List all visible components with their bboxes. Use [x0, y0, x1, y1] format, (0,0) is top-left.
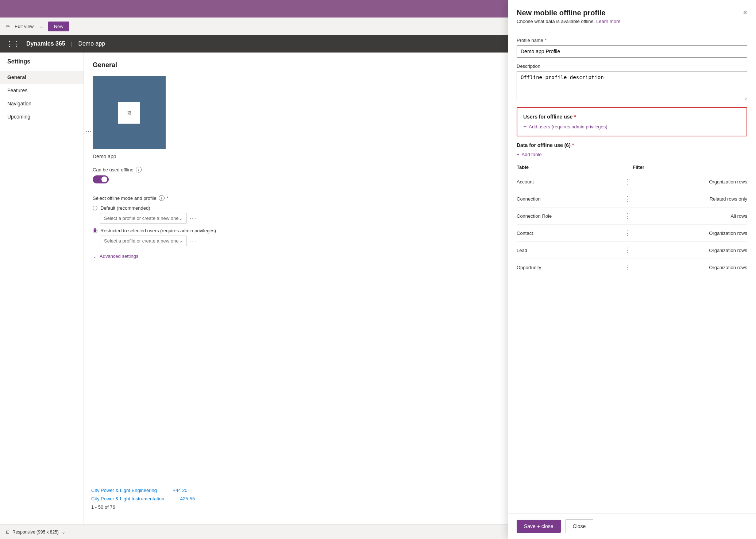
- row-dots-icon[interactable]: ⋮: [624, 178, 631, 185]
- default-profile-container: Select a profile or create a new one ⌄ ·…: [100, 213, 499, 224]
- profile-name-input[interactable]: [517, 45, 747, 58]
- table-cell-dots[interactable]: ⋮: [622, 225, 633, 242]
- restricted-option-label[interactable]: Restricted to selected users (requires a…: [93, 228, 499, 233]
- row-dots-icon[interactable]: ⋮: [624, 229, 631, 237]
- table-cell-dots[interactable]: ⋮: [622, 190, 633, 208]
- learn-more-link[interactable]: Learn more: [596, 19, 620, 24]
- offline-mode-text: Select offline mode and profile: [93, 195, 157, 201]
- data-table: Table ↑ Filter Account ⋮ Organization ro…: [517, 162, 747, 276]
- sidebar-item-features[interactable]: Features: [0, 84, 84, 97]
- table-cell-filter: Organization rows: [633, 259, 747, 276]
- offline-toggle[interactable]: [93, 175, 109, 183]
- new-button[interactable]: New: [48, 22, 69, 31]
- row-dots-icon[interactable]: ⋮: [624, 264, 631, 271]
- responsive-bar: ⊡ Responsive (995 x 825) ⌄: [0, 524, 508, 539]
- default-profile-dropdown[interactable]: Select a profile or create a new one ⌄: [100, 213, 187, 224]
- profile-name-required: *: [545, 38, 547, 43]
- general-title: General: [93, 61, 499, 69]
- add-users-link[interactable]: + Add users (requires admin privileges): [523, 123, 741, 130]
- responsive-chevron: ⌄: [62, 530, 65, 535]
- restricted-profile-dropdown[interactable]: Select a profile or create a new one ⌄: [100, 236, 187, 246]
- row-dots-icon[interactable]: ⋮: [624, 195, 631, 202]
- second-bar: ✏ Edit view ... New: [0, 18, 508, 35]
- data-section: Data for offline use (6) * + Add table T…: [517, 142, 747, 276]
- default-radio-option: Default (recommended) Select a profile o…: [93, 205, 499, 224]
- table-cell-name: Account: [517, 173, 622, 190]
- table-row: Connection Role ⋮ All rows: [517, 208, 747, 225]
- users-required: *: [574, 114, 576, 120]
- description-textarea[interactable]: Offline profile description: [517, 71, 747, 100]
- table-cell-filter: All rows: [633, 208, 747, 225]
- main-content: General 🖼 Demo app Can be used offline i…: [84, 53, 508, 539]
- restricted-profile-placeholder: Select a profile or create a new one: [104, 238, 179, 244]
- pagination: 1 - 50 of 76: [91, 504, 501, 510]
- table-header-filter: Filter: [633, 162, 747, 173]
- table-cell-name: Opportunity: [517, 259, 622, 276]
- nav-grid-icon[interactable]: ⋮⋮: [6, 39, 20, 48]
- nav-brand: Dynamics 365: [26, 40, 65, 47]
- sidebar-item-upcoming[interactable]: Upcoming: [0, 110, 84, 123]
- dots-label: ...: [39, 23, 44, 29]
- table-cell-dots[interactable]: ⋮: [622, 173, 633, 190]
- data-section-title: Data for offline use (6) *: [517, 142, 747, 148]
- restricted-dropdown-arrow: ⌄: [179, 238, 183, 244]
- table-row: Connection ⋮ Related rows only: [517, 190, 747, 208]
- advanced-settings[interactable]: ⌄ Advanced settings: [93, 253, 499, 259]
- table-cell-filter: Organization rows: [633, 173, 747, 190]
- restricted-radio[interactable]: [93, 228, 97, 233]
- instrumentation-record[interactable]: City Power & Light Instrumentation 425-5…: [91, 496, 501, 501]
- data-title-text: Data for offline use (6): [517, 142, 571, 148]
- modal-close-button[interactable]: ×: [743, 9, 747, 16]
- users-section: Users for offline use * + Add users (req…: [517, 107, 747, 136]
- add-table-link[interactable]: + Add table: [517, 152, 747, 157]
- row-dots-icon[interactable]: ⋮: [624, 247, 631, 254]
- profile-name-group: Profile name *: [517, 38, 747, 58]
- table-header-table: Table ↑: [517, 162, 622, 173]
- close-button[interactable]: Close: [565, 519, 594, 533]
- table-cell-dots[interactable]: ⋮: [622, 242, 633, 259]
- responsive-icon: ⊡: [6, 530, 9, 535]
- modal-footer: Save + close Close: [508, 513, 756, 539]
- save-close-button[interactable]: Save + close: [517, 520, 561, 533]
- modal-subtitle: Choose what data is available offline. L…: [517, 19, 621, 24]
- dropdown-arrow-icon: ⌄: [179, 216, 183, 221]
- table-cell-dots[interactable]: ⋮: [622, 208, 633, 225]
- table-row: Lead ⋮ Organization rows: [517, 242, 747, 259]
- records-area: City Power & Light Engineering +44 20 Ci…: [91, 488, 501, 510]
- table-cell-dots[interactable]: ⋮: [622, 259, 633, 276]
- table-row: Opportunity ⋮ Organization rows: [517, 259, 747, 276]
- default-option-text: Default (recommended): [100, 205, 150, 211]
- default-profile-placeholder: Select a profile or create a new one: [104, 216, 179, 221]
- modal-panel: New mobile offline profile Choose what d…: [508, 0, 756, 539]
- advanced-chevron-icon: ⌄: [93, 253, 97, 259]
- edit-icon: ✏: [6, 23, 10, 29]
- default-radio[interactable]: [93, 206, 97, 210]
- edit-view-label: Edit view: [15, 24, 34, 29]
- engineering-record[interactable]: City Power & Light Engineering +44 20: [91, 488, 501, 493]
- settings-nav: General Features Navigation Upcoming: [0, 71, 84, 123]
- sidebar-item-navigation[interactable]: Navigation: [0, 97, 84, 110]
- table-row: Contact ⋮ Organization rows: [517, 225, 747, 242]
- nav-app: Demo app: [78, 40, 105, 47]
- sidebar-item-general[interactable]: General: [0, 71, 84, 84]
- table-header-dots: [622, 162, 633, 173]
- row-dots-icon[interactable]: ⋮: [624, 212, 631, 220]
- side-dots[interactable]: ···: [86, 128, 91, 135]
- nav-bar: ⋮⋮ Dynamics 365 | Demo app: [0, 35, 508, 53]
- default-profile-dots[interactable]: ···: [190, 215, 197, 222]
- offline-info-icon: i: [136, 167, 142, 172]
- restricted-profile-dots[interactable]: ···: [190, 238, 197, 244]
- nav-divider: |: [71, 41, 73, 47]
- table-cell-name: Lead: [517, 242, 622, 259]
- profile-name-label: Profile name *: [517, 38, 747, 43]
- default-option-label[interactable]: Default (recommended): [93, 205, 499, 211]
- app-image-box: 🖼: [93, 76, 166, 149]
- table-row: Account ⋮ Organization rows: [517, 173, 747, 190]
- modal-body: Profile name * Description Offline profi…: [508, 30, 756, 513]
- restricted-profile-container: Select a profile or create a new one ⌄ ·…: [100, 236, 499, 246]
- data-required: *: [572, 142, 574, 148]
- modal-title: New mobile offline profile: [517, 9, 621, 17]
- profile-name-label-text: Profile name: [517, 38, 543, 43]
- offline-setting-label: Can be used offline i: [93, 167, 499, 172]
- modal-subtitle-text: Choose what data is available offline.: [517, 19, 595, 24]
